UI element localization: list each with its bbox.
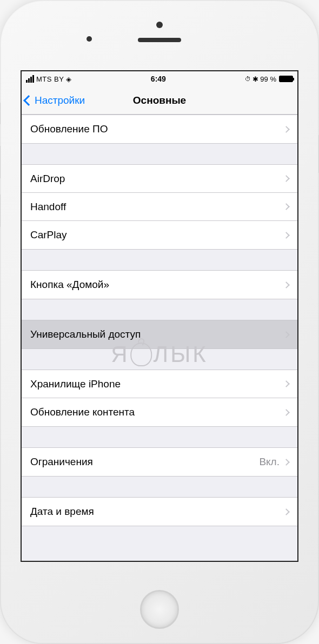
section-accessibility: Универсальный доступ [22,320,297,349]
row-home-button[interactable]: Кнопка «Домой» [22,271,297,299]
row-background-refresh[interactable]: Обновление контента [22,398,297,426]
row-label: Универсальный доступ [30,328,141,340]
row-handoff[interactable]: Handoff [22,193,297,221]
side-buttons-left [0,103,1,243]
home-button[interactable] [140,590,179,629]
back-button[interactable]: Настройки [22,95,85,106]
front-camera [156,22,163,28]
volume-up [0,146,1,178]
chevron-right-icon [283,175,290,182]
settings-content[interactable]: Обновление ПО AirDrop Handoff CarPlay [22,115,297,526]
row-label: AirDrop [30,173,65,185]
row-label: CarPlay [30,229,67,241]
chevron-right-icon [283,126,290,133]
section-date-time: Дата и время [22,497,297,526]
section-connectivity: AirDrop Handoff CarPlay [22,164,297,250]
phone-top [0,0,319,70]
section-gap [22,299,297,320]
bluetooth-icon: ✱ [252,75,258,83]
section-restrictions: Ограничения Вкл. [22,447,297,477]
row-label: Кнопка «Домой» [30,279,109,291]
row-label: Обновление контента [30,406,135,418]
battery-percent: 99 % [260,75,276,83]
row-label: Хранилище iPhone [30,378,121,390]
row-value: Вкл. [259,456,280,468]
chevron-right-icon [283,232,290,239]
nav-title: Основные [133,95,186,106]
alarm-icon: ⏱ [245,76,251,82]
section-gap [22,427,297,447]
status-left: MTS BY ◈ [26,75,71,83]
wifi-icon: ◈ [66,75,71,83]
status-right: ⏱ ✱ 99 % [245,75,293,83]
mute-switch [0,103,1,124]
section-gap [22,250,297,270]
chevron-right-icon [283,380,290,387]
chevron-right-icon [283,459,290,466]
signal-icon [26,75,34,83]
chevron-right-icon [283,409,290,416]
chevron-right-icon [283,331,290,338]
proximity-sensor [87,36,92,42]
section-storage: Хранилище iPhone Обновление контента [22,370,297,427]
battery-icon [279,76,293,82]
section-gap [22,477,297,497]
phone-frame: MTS BY ◈ 6:49 ⏱ ✱ 99 % Настройки Основны… [0,0,319,644]
chevron-right-icon [283,203,290,210]
nav-bar: Настройки Основные [22,86,297,115]
section-software-update: Обновление ПО [22,115,297,144]
chevron-right-icon [283,281,290,289]
row-label: Ограничения [30,456,93,468]
row-label: Дата и время [30,506,94,518]
chevron-right-icon [283,508,290,515]
section-gap [22,144,297,164]
earpiece-speaker [138,38,181,42]
row-date-time[interactable]: Дата и время [22,498,297,526]
row-airdrop[interactable]: AirDrop [22,165,297,193]
section-gap [22,349,297,370]
row-label: Handoff [30,201,66,213]
status-bar: MTS BY ◈ 6:49 ⏱ ✱ 99 % [22,71,297,86]
row-carplay[interactable]: CarPlay [22,221,297,249]
section-home-button: Кнопка «Домой» [22,270,297,299]
row-label: Обновление ПО [30,123,108,135]
volume-down [0,194,1,227]
back-label: Настройки [35,95,85,106]
row-accessibility[interactable]: Универсальный доступ [22,320,297,348]
chevron-left-icon [23,95,34,106]
row-iphone-storage[interactable]: Хранилище iPhone [22,370,297,398]
carrier-label: MTS BY [36,75,64,83]
row-software-update[interactable]: Обновление ПО [22,115,297,143]
status-time: 6:49 [151,75,166,83]
row-restrictions[interactable]: Ограничения Вкл. [22,448,297,476]
screen: MTS BY ◈ 6:49 ⏱ ✱ 99 % Настройки Основны… [21,70,298,562]
